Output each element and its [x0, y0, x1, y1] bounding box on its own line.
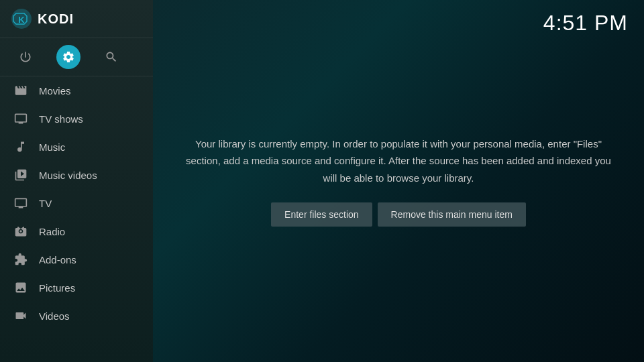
icon-bar [0, 38, 153, 76]
sidebar-item-tv-shows[interactable]: TV shows [0, 105, 153, 133]
remove-menu-item-button[interactable]: Remove this main menu item [378, 202, 526, 227]
sidebar-item-add-ons[interactable]: Add-ons [0, 245, 153, 274]
sidebar-item-videos-label: Videos [39, 310, 70, 322]
svg-text:K: K [18, 15, 25, 25]
sidebar-item-radio-label: Radio [39, 226, 65, 237]
sidebar-item-pictures[interactable]: Pictures [0, 274, 153, 302]
radio-icon [13, 225, 28, 238]
videos-icon [13, 309, 28, 322]
sidebar-item-tv-shows-label: TV shows [39, 113, 83, 125]
sidebar-item-tv[interactable]: TV [0, 189, 153, 217]
sidebar: K KODI Movies [0, 0, 153, 362]
power-button[interactable] [13, 45, 38, 69]
tv-icon [13, 196, 28, 210]
sidebar-item-music-videos[interactable]: Music videos [0, 161, 153, 189]
sidebar-item-movies[interactable]: Movies [0, 76, 153, 105]
sidebar-item-radio[interactable]: Radio [0, 217, 153, 245]
settings-button[interactable] [56, 45, 80, 69]
music-icon [13, 140, 28, 154]
app-title: KODI [38, 11, 142, 27]
sidebar-item-music[interactable]: Music [0, 133, 153, 161]
button-row: Enter files section Remove this main men… [271, 202, 526, 227]
movies-icon [13, 84, 28, 97]
sidebar-item-tv-label: TV [39, 198, 52, 209]
kodi-logo: K [11, 8, 32, 29]
pictures-icon [13, 281, 28, 294]
main-content: 4:51 PM Your library is currently empty.… [153, 0, 644, 362]
search-button[interactable] [99, 45, 123, 69]
music-videos-icon [13, 168, 28, 182]
nav-list: Movies TV shows Music Music videos [0, 76, 153, 362]
top-bar: K KODI [0, 0, 153, 38]
add-ons-icon [13, 253, 28, 266]
sidebar-item-movies-label: Movies [39, 85, 71, 97]
library-message: Your library is currently empty. In orde… [180, 135, 617, 187]
sidebar-item-pictures-label: Pictures [39, 282, 75, 294]
content-area: Your library is currently empty. In orde… [153, 0, 644, 362]
sidebar-item-add-ons-label: Add-ons [39, 254, 76, 265]
sidebar-item-music-label: Music [39, 141, 65, 153]
time-display: 4:51 PM [543, 11, 628, 36]
enter-files-button[interactable]: Enter files section [271, 202, 372, 227]
sidebar-item-videos[interactable]: Videos [0, 302, 153, 330]
tv-shows-icon [13, 112, 28, 125]
sidebar-item-music-videos-label: Music videos [39, 170, 97, 181]
